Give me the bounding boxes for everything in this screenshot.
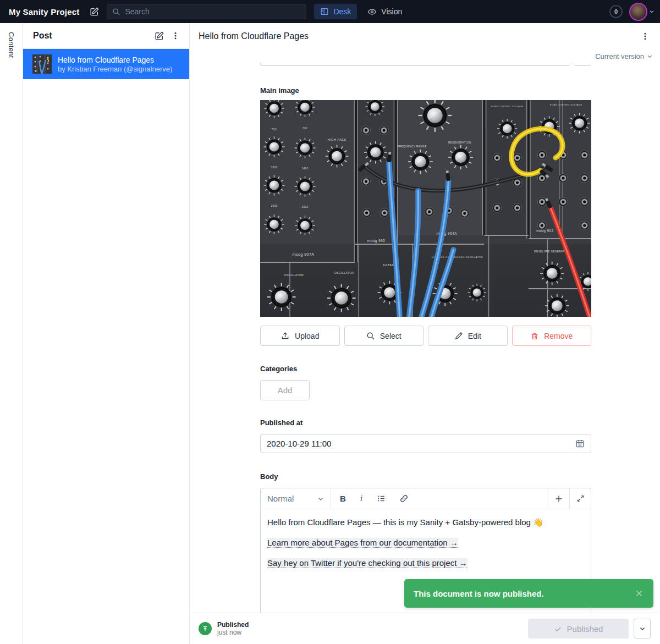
- select-button[interactable]: Select: [344, 326, 424, 346]
- tool-tabs: Desk Vision: [314, 4, 408, 19]
- fullscreen-button[interactable]: [569, 488, 591, 509]
- svg-text:2000: 2000: [271, 205, 277, 207]
- body-paragraph: Learn more about Pages from our document…: [267, 537, 584, 549]
- version-label: Current version: [595, 52, 644, 60]
- post-panel-menu-button[interactable]: [167, 27, 184, 44]
- trash-icon: [530, 332, 539, 340]
- document-menu-button[interactable]: [637, 28, 653, 45]
- body-paragraph[interactable]: Hello from Cloudflare Pages — this is my…: [267, 516, 584, 529]
- document-footer: Published just now Published: [190, 613, 660, 644]
- insert-block-button[interactable]: [548, 488, 569, 509]
- select-label: Select: [380, 332, 402, 340]
- search-icon: [112, 8, 120, 16]
- post-thumbnail: [32, 54, 52, 74]
- body-label: Body: [260, 472, 278, 481]
- slug-input-partial[interactable]: [260, 63, 570, 66]
- photo-label: FIXED CONTROL VOLTAGE: [491, 106, 524, 108]
- chevron-down-icon: [647, 53, 653, 59]
- project-title: My Sanity Project: [9, 7, 79, 16]
- eye-icon: [367, 7, 377, 16]
- post-list-panel: Post Hello from Clou: [23, 23, 190, 644]
- content-rail: Content: [0, 23, 23, 644]
- notification-count: 0: [614, 8, 618, 15]
- remove-button[interactable]: Remove: [512, 326, 592, 346]
- photo-label: REGENERATION: [448, 141, 471, 144]
- publish-status-time: just now: [217, 629, 249, 636]
- content-rail-label[interactable]: Content: [7, 32, 15, 58]
- document-header: Hello from Cloudflare Pages: [190, 23, 660, 49]
- notification-badge[interactable]: 0: [609, 5, 623, 18]
- svg-text:700: 700: [302, 127, 307, 130]
- upload-button[interactable]: Upload: [260, 326, 340, 346]
- search-bar[interactable]: [107, 4, 306, 19]
- link-button[interactable]: [399, 494, 409, 503]
- post-panel-header: Post: [23, 23, 189, 49]
- toast-close-button[interactable]: [634, 588, 644, 598]
- upload-label: Upload: [295, 332, 319, 340]
- tab-vision-label: Vision: [381, 7, 402, 16]
- body-link[interactable]: Learn more about Pages from our document…: [267, 538, 458, 548]
- slug-button-partial[interactable]: [574, 63, 591, 66]
- publish-menu-button[interactable]: [634, 619, 651, 639]
- check-icon: [554, 625, 562, 633]
- pencil-icon: [454, 332, 463, 340]
- post-panel-title: Post: [33, 31, 151, 41]
- upload-icon: [280, 331, 290, 340]
- post-item-title: Hello from Cloudflare Pages: [58, 55, 172, 65]
- photo-label: FIXED CONTROL VOLTAGE: [550, 104, 582, 106]
- photo-label: moog 902: [536, 229, 554, 233]
- calendar-icon[interactable]: [575, 439, 585, 448]
- search-icon: [366, 332, 375, 340]
- bold-button[interactable]: B: [340, 494, 346, 503]
- publish-status-icon: [199, 622, 212, 635]
- user-menu-chevron-icon[interactable]: [649, 9, 654, 14]
- body-link[interactable]: Say hey on Twitter if you're checking ou…: [267, 558, 468, 568]
- new-document-button[interactable]: [86, 4, 102, 19]
- close-icon: [634, 588, 644, 598]
- tab-desk-label: Desk: [333, 7, 351, 16]
- publish-button[interactable]: Published: [528, 619, 629, 639]
- avatar[interactable]: [629, 3, 647, 21]
- document-form: Main image: [190, 63, 660, 613]
- ellipsis-vertical-icon: [171, 31, 180, 40]
- text-style-value: Normal: [267, 494, 317, 503]
- compose-icon: [89, 7, 100, 17]
- sanity-studio-app: My Sanity Project Desk Vision 0: [0, 0, 660, 644]
- editor-toolbar: Normal B i: [261, 488, 591, 509]
- bullet-list-button[interactable]: [377, 494, 386, 503]
- publish-status-text: Published just now: [217, 621, 249, 636]
- top-navbar: My Sanity Project Desk Vision 0: [0, 0, 660, 23]
- version-selector[interactable]: Current version: [595, 49, 653, 63]
- add-category-button[interactable]: Add: [260, 380, 310, 400]
- remove-label: Remove: [544, 332, 573, 340]
- svg-text:500: 500: [272, 128, 277, 131]
- italic-button[interactable]: i: [359, 494, 364, 503]
- body-content[interactable]: Hello from Cloudflare Pages — this is my…: [261, 509, 591, 584]
- published-at-input[interactable]: [267, 439, 575, 448]
- svg-text:1000: 1000: [271, 166, 277, 169]
- tab-vision[interactable]: Vision: [361, 4, 408, 19]
- categories-label: Categories: [260, 365, 297, 373]
- photo-label: OSCILLATOR: [334, 271, 354, 274]
- post-list-item-selected[interactable]: Hello from Cloudflare Pages by Kristian …: [23, 49, 189, 79]
- format-buttons: B i: [331, 488, 409, 509]
- svg-text:2600: 2600: [301, 206, 308, 208]
- svg-text:1400: 1400: [301, 167, 308, 170]
- photo-label: moog 907A: [292, 252, 314, 257]
- photo-label: HIGH PASS: [328, 138, 346, 141]
- chevron-down-icon: [639, 625, 646, 632]
- create-post-button[interactable]: [151, 27, 167, 44]
- text-style-select[interactable]: Normal: [261, 488, 331, 509]
- toast-message: This document is now published.: [414, 589, 634, 598]
- tab-desk[interactable]: Desk: [314, 4, 357, 19]
- add-label: Add: [278, 386, 293, 395]
- edit-button[interactable]: Edit: [428, 326, 508, 346]
- search-input[interactable]: [125, 7, 301, 16]
- published-at-label: Published at: [260, 419, 302, 427]
- post-item-subtitle: by Kristian Freeman (@signalnerve): [58, 65, 172, 74]
- photo-label: ENVELOPE GENERATOR: [534, 250, 569, 253]
- edit-label: Edit: [468, 332, 481, 340]
- published-at-field: [260, 434, 591, 453]
- document-title: Hello from Cloudflare Pages: [199, 31, 637, 41]
- main-image-preview[interactable]: HIGH PASS FREQUENCY RANGE REGENERATION F…: [260, 100, 591, 317]
